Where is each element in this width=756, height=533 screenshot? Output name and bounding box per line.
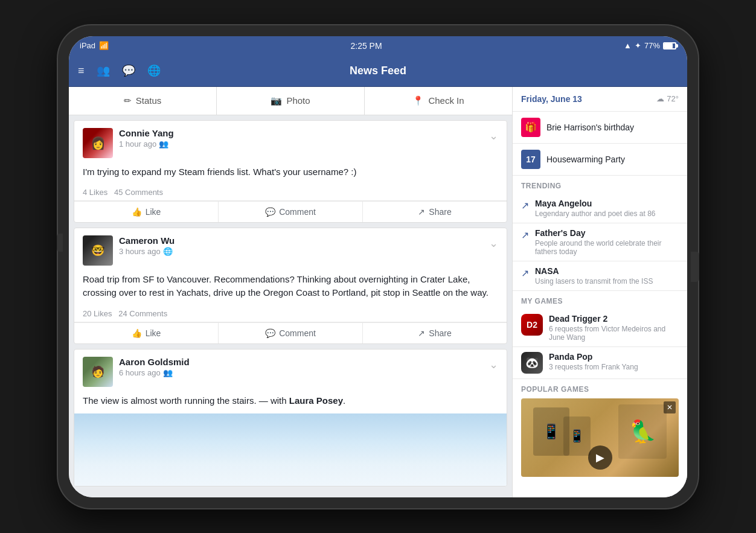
audience-icon-3: 👥: [163, 368, 173, 377]
games-item-panda[interactable]: 🐼 Panda Pop 3 requests from Frank Yang: [513, 347, 687, 379]
birthday-icon: 🎁: [521, 118, 540, 137]
status-left: iPad 📶: [80, 41, 109, 50]
post-meta-1: Connie Yang 1 hour ago 👥: [119, 128, 498, 148]
sidebar-date: Friday, June 13: [521, 94, 582, 104]
post-meta-3: Aaron Goldsmid 6 hours ago 👥: [119, 357, 498, 377]
sidebar: Friday, June 13 ☁ 72° 🎁 Brie Harrison's …: [512, 87, 687, 497]
trending-item-fathersday[interactable]: ↗ Father's Day People around the world c…: [513, 223, 687, 261]
status-button[interactable]: ✏ Status: [69, 87, 217, 115]
device-frame: iPad 📶 2:25 PM ▲ ✦ 77% ≡ 👥 💬 🌐: [58, 25, 698, 508]
trending-title: TRENDING: [513, 176, 687, 194]
time-display: 2:25 PM: [350, 41, 382, 51]
sidebar-date-bar: Friday, June 13 ☁ 72°: [513, 87, 687, 112]
game-desc-panda: 3 requests from Frank Yang: [549, 363, 638, 371]
comment-button-1[interactable]: 💬 Comment: [219, 202, 363, 222]
sidebar-event-party[interactable]: 17 Housewarming Party: [513, 144, 687, 176]
nav-title: News Feed: [350, 65, 406, 77]
location-icon: ▲: [624, 41, 632, 50]
avatar-cameron: 🤓: [83, 235, 113, 266]
game-desc-dt2: 6 requests from Victor Medeiros and June…: [549, 325, 679, 342]
party-name: Housewarming Party: [546, 155, 625, 164]
games-item-dt2[interactable]: D2 Dead Trigger 2 6 requests from Victor…: [513, 309, 687, 347]
post-actions-2: 👍 Like 💬 Comment ↗ Share: [74, 322, 507, 343]
trending-name-fathersday: Father's Day: [535, 228, 679, 238]
avatar-aaron: 🧑: [83, 357, 113, 387]
post-header-3: 🧑 Aaron Goldsmid 6 hours ago 👥 ⌄: [74, 349, 507, 392]
photo-button[interactable]: 📷 Photo: [217, 87, 365, 115]
post-chevron-2[interactable]: ⌄: [489, 237, 498, 250]
post-time-1: 1 hour ago 👥: [119, 139, 498, 148]
post-image-3: [74, 413, 507, 486]
comment-button-2[interactable]: 💬 Comment: [219, 323, 363, 343]
post-author-3[interactable]: Aaron Goldsmid: [119, 357, 498, 367]
sidebar-weather: ☁ 72°: [656, 94, 679, 103]
post-card-1: 👩 Connie Yang 1 hour ago 👥 ⌄ I'm trying …: [74, 120, 507, 223]
sidebar-event-birthday[interactable]: 🎁 Brie Harrison's birthday: [513, 112, 687, 144]
post-time-3: 6 hours ago 👥: [119, 368, 498, 377]
trending-arrow-fathersday: ↗: [521, 229, 529, 241]
trending-item-maya[interactable]: ↗ Maya Angelou Legendary author and poet…: [513, 194, 687, 223]
avatar-connie: 👩: [83, 128, 113, 158]
audience-icon-1: 👥: [159, 139, 168, 148]
share-button-2[interactable]: ↗ Share: [363, 323, 507, 343]
trending-name-maya: Maya Angelou: [535, 199, 656, 208]
trending-name-nasa: NASA: [535, 266, 653, 276]
checkin-button[interactable]: 📍 Check In: [365, 87, 512, 115]
trending-arrow-nasa: ↗: [521, 267, 529, 279]
share-icon-1: ↗: [418, 207, 425, 217]
post-chevron-1[interactable]: ⌄: [489, 129, 498, 142]
post-card-3: 🧑 Aaron Goldsmid 6 hours ago 👥 ⌄ The vie…: [74, 349, 507, 487]
post-header-2: 🤓 Cameron Wu 3 hours ago 🌐 ⌄: [74, 228, 507, 270]
feed-column[interactable]: ✏ Status 📷 Photo 📍 Check In 👩: [69, 87, 512, 497]
like-button-1[interactable]: 👍 Like: [74, 202, 219, 222]
post-chevron-3[interactable]: ⌄: [489, 358, 498, 371]
carrier-label: iPad: [80, 41, 95, 50]
popular-games-image[interactable]: ✕ 📱 📱 🦜 ▶: [521, 398, 679, 477]
photo-label: Photo: [286, 95, 310, 106]
checkin-icon: 📍: [412, 95, 424, 106]
home-button[interactable]: [691, 252, 699, 282]
comment-icon-1: 💬: [265, 207, 275, 217]
battery-icon: [663, 42, 676, 49]
messages-icon[interactable]: 💬: [122, 64, 135, 77]
post-card-2: 🤓 Cameron Wu 3 hours ago 🌐 ⌄ Road trip f…: [74, 228, 507, 344]
share-button-1[interactable]: ↗ Share: [363, 202, 507, 222]
game-icon-panda: 🐼: [521, 352, 543, 374]
trending-desc-fathersday: People around the world celebrate their …: [535, 239, 679, 256]
trending-item-nasa[interactable]: ↗ NASA Using lasers to transmit from the…: [513, 261, 687, 291]
comments-count-2: 24 Comments: [118, 309, 167, 318]
friends-icon[interactable]: 👥: [97, 64, 110, 77]
menu-icon[interactable]: ≡: [78, 65, 85, 77]
photo-icon: 📷: [271, 95, 282, 106]
like-button-2[interactable]: 👍 Like: [74, 323, 219, 343]
side-button[interactable]: [57, 234, 63, 252]
post-meta-2: Cameron Wu 3 hours ago 🌐: [119, 235, 498, 256]
post-header-1: 👩 Connie Yang 1 hour ago 👥 ⌄: [74, 121, 507, 163]
tagged-user[interactable]: Laura Posey: [289, 395, 343, 406]
weather-icon: ☁: [656, 94, 664, 103]
globe-icon[interactable]: 🌐: [147, 64, 161, 77]
popular-games-title: POPULAR GAMES: [521, 385, 679, 398]
post-body-3: The view is almost worth running the sta…: [74, 392, 507, 413]
nav-left-icons: ≡ 👥 💬 🌐: [78, 64, 161, 77]
post-author-1[interactable]: Connie Yang: [119, 128, 498, 138]
my-games-title: MY GAMES: [513, 291, 687, 309]
post-body-2: Road trip from SF to Vancouver. Recommen…: [74, 270, 507, 305]
birthday-name: Brie Harrison's birthday: [546, 123, 634, 132]
popular-games-section: POPULAR GAMES ✕ 📱 📱 🦜 ▶: [513, 379, 687, 480]
device-screen: iPad 📶 2:25 PM ▲ ✦ 77% ≡ 👥 💬 🌐: [69, 36, 687, 497]
likes-count-1: 4 Likes: [83, 188, 107, 197]
play-button[interactable]: ▶: [588, 445, 612, 470]
game-name-panda: Panda Pop: [549, 352, 638, 362]
status-icon: ✏: [124, 95, 132, 106]
temperature: 72°: [667, 94, 679, 103]
like-icon-1: 👍: [132, 207, 142, 217]
like-icon-2: 👍: [132, 328, 142, 338]
content-area: ✏ Status 📷 Photo 📍 Check In 👩: [69, 87, 687, 497]
trending-desc-nasa: Using lasers to transmit from the ISS: [535, 277, 653, 286]
wifi-icon: 📶: [99, 41, 109, 50]
post-author-2[interactable]: Cameron Wu: [119, 235, 498, 246]
post-actions-1: 👍 Like 💬 Comment ↗ Share: [74, 201, 507, 222]
status-right: ▲ ✦ 77%: [624, 41, 676, 50]
share-icon-2: ↗: [418, 328, 425, 338]
